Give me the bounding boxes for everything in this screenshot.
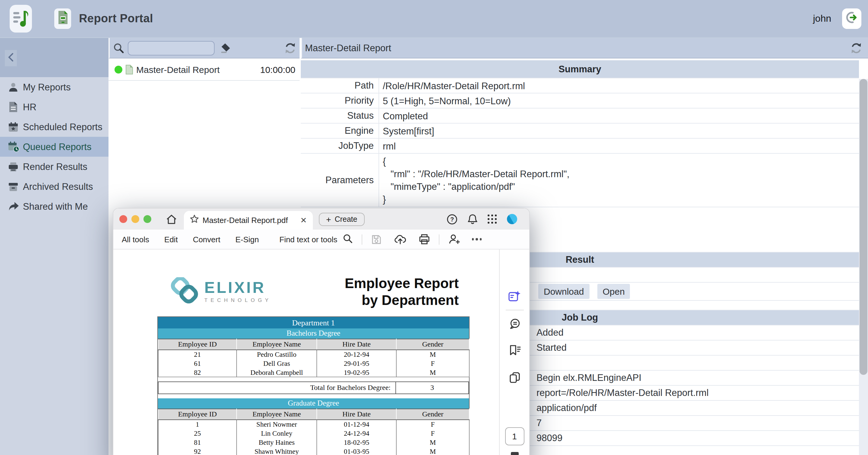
pdf-data-table: Employee IDEmployee NameHire DateGender1… <box>158 409 470 455</box>
create-button[interactable]: + Create <box>319 213 364 226</box>
detail-toolbar: Master-Detail Report <box>301 38 868 59</box>
pdf-cell: Shawn Whitney <box>237 447 317 455</box>
pdf-cell: Pedro Castillo <box>237 350 317 359</box>
pdf-cell: 92 <box>158 447 237 455</box>
pdf-document-header: ELIXIR TECHNOLOGY Employee Reportby Depa… <box>157 266 470 316</box>
partial-tool-icon[interactable] <box>510 452 518 455</box>
sidebar-item-hr[interactable]: HR <box>0 97 108 117</box>
print-icon[interactable] <box>418 234 430 245</box>
sidebar-item-label: Queued Reports <box>23 141 92 152</box>
ai-assistant-icon[interactable] <box>508 290 521 302</box>
pdf-content-area: ELIXIR TECHNOLOGY Employee Reportby Depa… <box>113 250 529 455</box>
pdf-menu-edit[interactable]: Edit <box>164 235 178 244</box>
scrollbar-thumb[interactable] <box>860 79 867 375</box>
add-user-icon[interactable] <box>448 234 460 245</box>
help-icon[interactable]: ? <box>446 214 457 225</box>
sidebar-item-queued-reports[interactable]: Queued Reports <box>0 137 108 157</box>
pdf-document-title: Employee Reportby Department <box>345 275 459 308</box>
job-log-text: application/pdf <box>536 402 597 414</box>
sidebar-item-shared-with-me[interactable]: Shared with Me <box>0 196 108 216</box>
pdf-menu-all-tools[interactable]: All tools <box>122 235 149 244</box>
pdf-table-row: 61Dell Gras29-01-95F <box>158 359 469 368</box>
search-input[interactable] <box>128 41 215 55</box>
comments-icon[interactable] <box>508 318 521 330</box>
zoom-window-button[interactable] <box>144 215 151 223</box>
more-options-icon[interactable] <box>472 238 482 240</box>
share-icon <box>7 200 19 213</box>
search-icon <box>113 42 124 53</box>
job-log-text: 98099 <box>536 433 562 444</box>
window-controls <box>119 215 151 223</box>
refresh-detail-icon[interactable] <box>850 42 862 53</box>
pdf-cell: 29-01-95 <box>317 359 396 368</box>
star-icon[interactable] <box>190 215 199 226</box>
pdf-cell: 19-02-95 <box>317 368 396 377</box>
notifications-bell-icon[interactable] <box>467 214 477 225</box>
find-tool[interactable]: Find text or tools <box>279 233 352 245</box>
titlebar-right-icons: ? <box>446 208 517 230</box>
brand-name: ELIXIR <box>204 280 272 295</box>
pdf-menu-convert[interactable]: Convert <box>193 235 220 244</box>
pdf-column-header: Gender <box>396 339 469 350</box>
page-number-box[interactable]: 1 <box>505 427 524 445</box>
apps-grid-icon[interactable] <box>487 215 497 224</box>
pages-copy-icon[interactable] <box>509 372 520 383</box>
report-file-icon <box>125 64 133 74</box>
summary-row-status: StatusCompleted <box>301 108 859 124</box>
pdf-column-header: Hire Date <box>317 339 396 350</box>
pdf-table-row: 92Shawn Whitney01-03-95M <box>158 447 469 455</box>
tab-close-icon[interactable]: ✕ <box>300 216 307 224</box>
sidebar-item-scheduled-reports[interactable]: Scheduled Reports <box>0 117 108 137</box>
download-button[interactable]: Download <box>538 284 589 299</box>
pdf-table-row: 81Betty Haines18-02-95M <box>158 438 469 447</box>
save-icon[interactable] <box>371 234 381 245</box>
pdf-side-rail: 1 <box>499 250 529 455</box>
pdf-menu-e-sign[interactable]: E-Sign <box>236 235 259 244</box>
report-list-item[interactable]: Master-Detail Report 10:00:00 <box>108 59 300 81</box>
summary-value: Completed <box>379 108 433 123</box>
job-log-text: Begin elx.RMLEngineAPI <box>536 372 641 383</box>
tab-title: Master-Detail Report.pdf <box>203 216 288 225</box>
pdf-report-table: Department 1 Bachelors DegreeEmployee ID… <box>157 316 470 455</box>
pdf-column-header: Employee ID <box>158 339 237 350</box>
avatar[interactable] <box>507 214 517 224</box>
sidebar-item-render-results[interactable]: Render Results <box>0 157 108 176</box>
pdf-cell: 21 <box>158 350 237 359</box>
sidebar-collapse-button[interactable] <box>5 50 17 66</box>
report-doc-badge[interactable] <box>54 8 71 29</box>
logout-button[interactable] <box>842 8 861 29</box>
minimize-window-button[interactable] <box>131 215 139 223</box>
bookmarks-icon[interactable] <box>508 345 521 356</box>
open-button[interactable]: Open <box>597 284 630 299</box>
pdf-total-value: 3 <box>396 382 469 394</box>
window-titlebar: Master-Detail Report.pdf ✕ + Create ? <box>113 208 529 230</box>
app-logo[interactable] <box>10 5 32 33</box>
document-icon <box>7 101 19 113</box>
report-list-toolbar <box>108 38 300 59</box>
job-log-text: 7 <box>536 418 541 428</box>
document-tab[interactable]: Master-Detail Report.pdf ✕ <box>184 211 313 230</box>
clear-search-icon[interactable] <box>219 42 231 53</box>
pdf-title-line: by Department <box>345 292 459 308</box>
user-icon <box>7 81 19 93</box>
sidebar-item-my-reports[interactable]: My Reports <box>0 77 108 97</box>
pdf-cell: 01-03-95 <box>317 447 396 455</box>
elixir-logo: ELIXIR TECHNOLOGY <box>170 277 272 306</box>
pdf-column-header: Gender <box>396 409 469 420</box>
home-icon[interactable] <box>166 214 177 225</box>
detail-scrollbar[interactable] <box>859 79 868 455</box>
pdf-cell: M <box>396 368 469 377</box>
refresh-list-icon[interactable] <box>284 42 296 53</box>
elixir-mark-icon <box>170 277 198 306</box>
username: john <box>813 13 832 24</box>
pdf-column-header: Employee Name <box>237 339 317 350</box>
summary-heading: Summary <box>301 60 859 78</box>
cloud-upload-icon[interactable] <box>394 234 406 245</box>
summary-row-priority: Priority5 (1=High, 5=Normal, 10=Low) <box>301 93 859 108</box>
sidebar-item-archived-results[interactable]: Archived Results <box>0 176 108 196</box>
report-name: Master-Detail Report <box>136 64 220 74</box>
pdf-table-row: 21Pedro Castillo20-12-94M <box>158 350 469 359</box>
close-window-button[interactable] <box>119 215 127 223</box>
summary-label: Priority <box>301 93 379 108</box>
calendar-clock-icon <box>7 141 19 153</box>
